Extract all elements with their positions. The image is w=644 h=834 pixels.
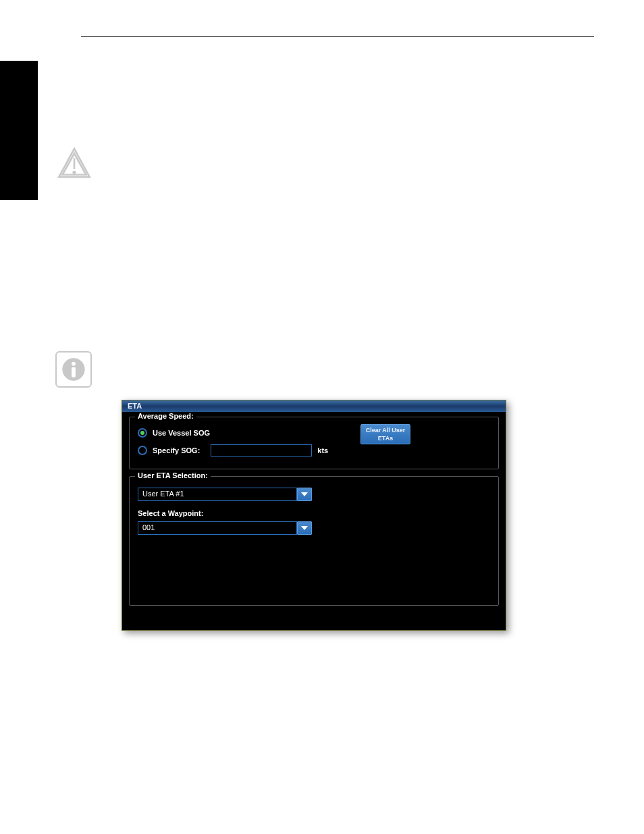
average-speed-legend: Average Speed: [135, 412, 196, 420]
dialog-title: ETA [128, 402, 142, 410]
svg-point-3 [72, 362, 76, 366]
chevron-down-icon [300, 491, 308, 498]
page-divider [81, 36, 594, 37]
svg-rect-4 [72, 367, 76, 377]
use-vessel-sog-radio[interactable] [138, 428, 147, 438]
user-eta-dropdown-button[interactable] [297, 488, 312, 501]
specify-sog-radio[interactable] [138, 446, 147, 455]
user-eta-dropdown[interactable]: User ETA #1 [138, 488, 297, 501]
waypoint-dropdown-button[interactable] [297, 521, 312, 535]
radio-selected-indicator [140, 431, 144, 435]
info-icon [55, 351, 92, 388]
warning-icon [55, 145, 93, 183]
waypoint-value: 001 [142, 523, 155, 531]
user-eta-selection-fieldset: User ETA Selection: User ETA #1 Select a… [129, 476, 499, 606]
waypoint-dropdown[interactable]: 001 [138, 521, 297, 535]
select-waypoint-label: Select a Waypoint: [138, 509, 490, 517]
average-speed-fieldset: Average Speed: Use Vessel SOG Specify SO… [129, 417, 499, 469]
page-margin-tab [0, 61, 38, 200]
use-vessel-sog-label: Use Vessel SOG [153, 429, 210, 437]
user-eta-legend: User ETA Selection: [135, 471, 211, 479]
chevron-down-icon [300, 525, 308, 531]
clear-button-line2: ETAs [361, 435, 410, 443]
eta-dialog: ETA Average Speed: Use Vessel SOG Specif… [122, 400, 506, 631]
user-eta-value: User ETA #1 [142, 490, 184, 498]
sog-unit-label: kts [317, 446, 328, 454]
clear-button-line1: Clear All User [361, 427, 410, 435]
specify-sog-label: Specify SOG: [153, 446, 200, 454]
clear-all-user-etas-button[interactable]: Clear All User ETAs [360, 424, 410, 444]
specify-sog-input[interactable] [211, 444, 312, 457]
dialog-titlebar[interactable]: ETA [122, 400, 506, 413]
svg-point-1 [74, 172, 76, 174]
